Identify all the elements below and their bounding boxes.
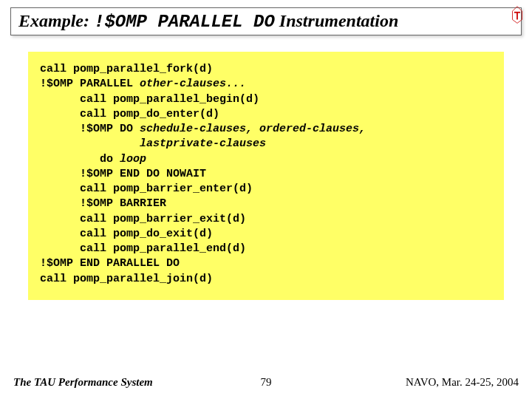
- footer-left: The TAU Performance System: [13, 376, 246, 389]
- slide-footer: The TAU Performance System 79 NAVO, Mar.…: [0, 376, 532, 389]
- code-italic: loop: [120, 153, 146, 166]
- title-prefix: Example:: [18, 11, 89, 30]
- code-line: call pomp_barrier_exit(d): [40, 213, 246, 225]
- code-line: [40, 137, 140, 150]
- code-italic: other-clauses...: [140, 78, 246, 90]
- code-italic: lastprivate-clauses: [140, 137, 266, 150]
- code-line: !$OMP END DO NOWAIT: [40, 168, 206, 180]
- title-suffix: Instrumentation: [279, 11, 398, 30]
- code-line: call pomp_barrier_enter(d): [40, 183, 253, 195]
- code-line: !$OMP BARRIER: [40, 197, 166, 210]
- tau-logo-icon: [507, 4, 528, 25]
- code-line: !$OMP END PARALLEL DO: [40, 257, 180, 270]
- code-line: call pomp_parallel_fork(d): [40, 63, 213, 75]
- code-italic: schedule-clauses, ordered-clauses,: [140, 123, 366, 135]
- code-block: call pomp_parallel_fork(d) !$OMP PARALLE…: [28, 52, 504, 300]
- code-line: call pomp_do_exit(d): [40, 228, 213, 240]
- footer-right: NAVO, Mar. 24-25, 2004: [287, 376, 519, 389]
- code-line: call pomp_parallel_join(d): [40, 273, 213, 285]
- page-number: 79: [246, 376, 287, 389]
- title-code: !$OMP PARALLEL DO: [94, 12, 275, 32]
- code-line: !$OMP PARALLEL: [40, 78, 140, 90]
- code-line: do: [40, 153, 120, 166]
- slide-title-bar: Example: !$OMP PARALLEL DO Instrumentati…: [10, 7, 522, 35]
- code-line: call pomp_do_enter(d): [40, 108, 219, 120]
- code-line: call pomp_parallel_end(d): [40, 242, 246, 255]
- code-line: !$OMP DO: [40, 123, 140, 135]
- code-line: call pomp_parallel_begin(d): [40, 93, 259, 106]
- slide-title: Example: !$OMP PARALLEL DO Instrumentati…: [18, 11, 398, 30]
